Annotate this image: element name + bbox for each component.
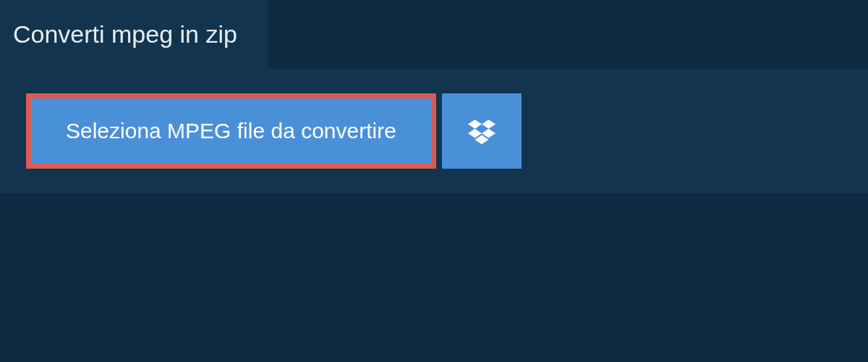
conversion-panel: Seleziona MPEG file da convertire (0, 69, 868, 193)
select-file-label: Seleziona MPEG file da convertire (66, 119, 396, 143)
dropbox-icon (468, 117, 495, 145)
button-row: Seleziona MPEG file da convertire (26, 93, 842, 169)
dropbox-button[interactable] (442, 93, 522, 169)
select-file-button[interactable]: Seleziona MPEG file da convertire (26, 93, 436, 169)
tab-convert[interactable]: Converti mpeg in zip (0, 0, 268, 69)
